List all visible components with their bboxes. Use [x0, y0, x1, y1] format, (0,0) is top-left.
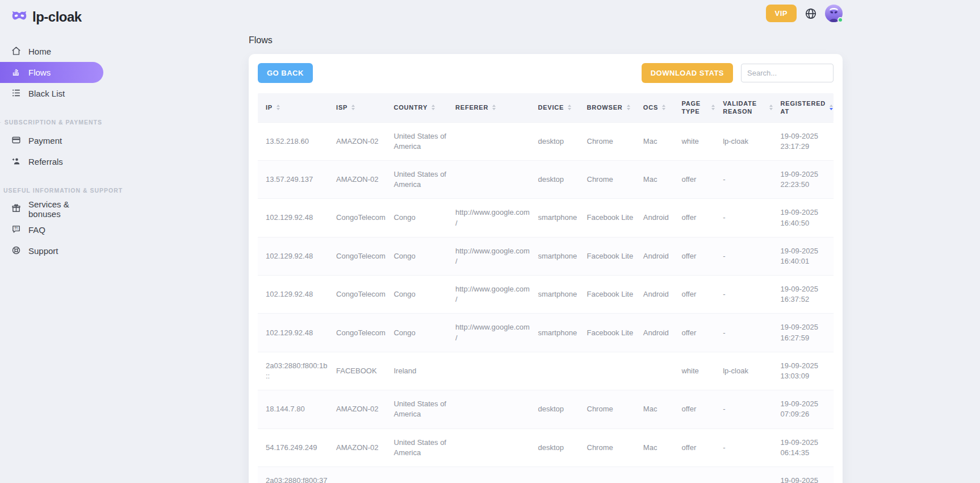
sidebar-section-title: SUBSCRIPTION & PAYMENTS: [0, 119, 114, 126]
cell-registered-at: 19-09-2025 22:23:50: [776, 160, 834, 198]
table-row: 54.176.249.249AMAZON-02United States of …: [258, 428, 834, 467]
sidebar-item-black-list[interactable]: Black List: [0, 83, 103, 104]
cell-registered-at: 19-09-2025 16:40:50: [776, 199, 834, 237]
column-label: PAGE TYPE: [681, 99, 707, 116]
column-header-device[interactable]: DEVICE: [533, 93, 582, 122]
cell-device: smartphone: [533, 237, 582, 275]
cell-browser: [583, 467, 639, 483]
cell-registered-at: 19-09-2025 23:17:29: [776, 122, 834, 160]
sidebar-item-label: Services & bonuses: [28, 199, 103, 219]
flows-table: IPISPCOUNTRYREFERERDEVICEBROWSEROCSPAGE …: [258, 93, 834, 483]
cell-validate-reason: -: [718, 160, 776, 198]
cell-ip: 102.129.92.48: [258, 199, 332, 237]
referrals-icon: [11, 156, 21, 168]
column-header-browser[interactable]: BROWSER: [583, 93, 639, 122]
cell-country: United States of America: [389, 428, 451, 467]
cell-validate-reason: lp-cloak: [718, 122, 776, 160]
cell-ocs: Android: [639, 276, 677, 314]
blacklist-icon: [11, 88, 21, 99]
card-toolbar: GO BACK DOWNLOAD STATS: [258, 63, 834, 83]
cell-ocs: Android: [639, 314, 677, 352]
cell-referer: http://www.google.com/: [451, 314, 533, 352]
sidebar-item-flows[interactable]: Flows: [0, 62, 103, 83]
cell-country: United States of America: [389, 122, 451, 160]
cell-device: desktop: [533, 122, 582, 160]
table-row: 13.52.218.60AMAZON-02United States of Am…: [258, 122, 834, 160]
cell-validate-reason: -: [718, 276, 776, 314]
cell-referer: http://www.google.com/: [451, 237, 533, 275]
cell-browser: Facebook Lite: [583, 314, 639, 352]
search-input[interactable]: [741, 64, 834, 82]
sidebar-item-support[interactable]: Support: [0, 240, 103, 261]
sidebar-item-services-bonuses[interactable]: Services & bonuses: [0, 198, 103, 219]
faq-icon: ?!: [11, 224, 21, 236]
column-header-validate-reason[interactable]: VALIDATE REASON: [718, 93, 776, 122]
sort-icon: [432, 105, 435, 110]
sidebar-item-faq[interactable]: ?! FAQ: [0, 219, 103, 240]
cell-registered-at: 19-09-2025 16:27:59: [776, 314, 834, 352]
cell-referer: [451, 467, 533, 483]
cell-page-type: offer: [677, 199, 718, 237]
column-label: ISP: [336, 103, 347, 111]
cell-isp: AMAZON-02: [332, 390, 389, 428]
column-header-registered-at[interactable]: REGISTERED AT: [776, 93, 834, 122]
sidebar-item-home[interactable]: Home: [0, 41, 103, 62]
cell-validate-reason: -: [718, 199, 776, 237]
sort-icon: [277, 105, 280, 110]
cell-validate-reason: lp-cloak: [718, 467, 776, 483]
cell-referer: [451, 122, 533, 160]
column-header-page-type[interactable]: PAGE TYPE: [677, 93, 718, 122]
cell-isp: CongoTelecom: [332, 276, 389, 314]
table-row: 18.144.7.80AMAZON-02United States of Ame…: [258, 390, 834, 428]
column-header-country[interactable]: COUNTRY: [389, 93, 451, 122]
cell-country: Congo: [389, 199, 451, 237]
cell-ocs: Android: [639, 237, 677, 275]
sort-icon: [492, 105, 496, 110]
cell-referer: http://www.google.com/: [451, 199, 533, 237]
sidebar-item-label: Flows: [28, 68, 51, 77]
download-stats-button[interactable]: DOWNLOAD STATS: [642, 63, 733, 83]
cell-registered-at: 19-09-2025 16:40:01: [776, 237, 834, 275]
cell-country: Ireland: [389, 467, 451, 483]
go-back-button[interactable]: GO BACK: [258, 63, 313, 83]
column-label: DEVICE: [538, 103, 564, 111]
toolbar-right: DOWNLOAD STATS: [642, 63, 834, 83]
sidebar-item-referrals[interactable]: Referrals: [0, 151, 103, 172]
cell-browser: Chrome: [583, 122, 639, 160]
cell-validate-reason: -: [718, 428, 776, 467]
cell-browser: Chrome: [583, 390, 639, 428]
cell-ocs: Android: [639, 199, 677, 237]
flows-card: GO BACK DOWNLOAD STATS IPISPCOUNTRYREFER…: [249, 54, 843, 483]
page-title: Flows: [249, 35, 843, 45]
column-header-referer[interactable]: REFERER: [451, 93, 533, 122]
table-row: 2a03:2880:f800:37::FACEBOOKIrelandwhitel…: [258, 467, 834, 483]
column-header-isp[interactable]: ISP: [332, 93, 389, 122]
cell-ip: 2a03:2880:f800:37::: [258, 467, 332, 483]
cell-registered-at: 19-09-2025 06:14:35: [776, 428, 834, 467]
column-header-ocs[interactable]: OCS: [639, 93, 677, 122]
cell-device: desktop: [533, 160, 582, 198]
column-header-ip[interactable]: IP: [258, 93, 332, 122]
brand-logo[interactable]: lp-cloak: [0, 0, 114, 25]
cell-page-type: offer: [677, 237, 718, 275]
cell-device: smartphone: [533, 199, 582, 237]
main-content: Flows GO BACK DOWNLOAD STATS IPISPCOUNTR…: [249, 0, 843, 483]
cell-isp: FACEBOOK: [332, 467, 389, 483]
cell-registered-at: 19-09-2025 16:37:52: [776, 276, 834, 314]
sidebar-item-label: Payment: [28, 136, 62, 145]
sidebar-item-payment[interactable]: Payment: [0, 130, 103, 151]
sort-icon: [711, 105, 715, 110]
cell-browser: [583, 352, 639, 390]
cell-browser: Chrome: [583, 160, 639, 198]
table-row: 102.129.92.48CongoTelecomCongohttp://www…: [258, 199, 834, 237]
cell-page-type: offer: [677, 276, 718, 314]
sort-icon: [568, 105, 571, 110]
cell-browser: Facebook Lite: [583, 199, 639, 237]
flows-icon: [11, 67, 21, 78]
sort-icon: [627, 105, 630, 110]
sidebar-item-label: Black List: [28, 89, 65, 98]
cell-browser: Facebook Lite: [583, 237, 639, 275]
cell-isp: AMAZON-02: [332, 160, 389, 198]
cell-device: smartphone: [533, 276, 582, 314]
cell-isp: CongoTelecom: [332, 199, 389, 237]
